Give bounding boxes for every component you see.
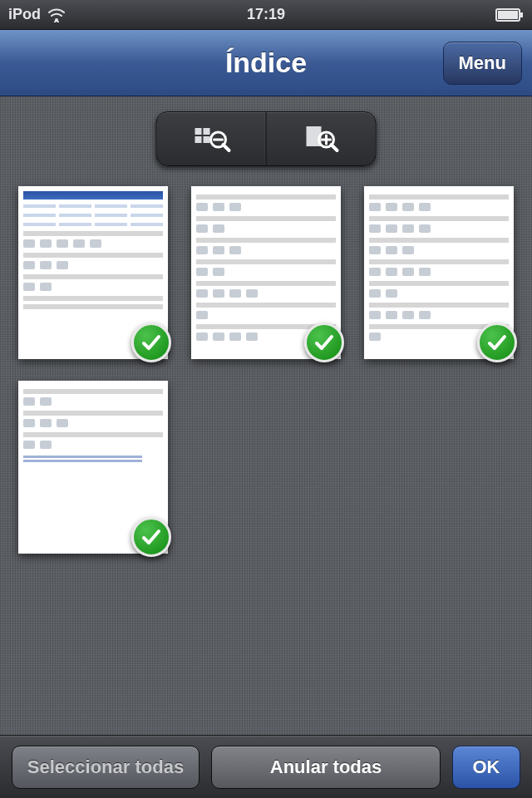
content-area	[0, 96, 532, 735]
ok-button[interactable]: OK	[452, 746, 520, 789]
svg-rect-6	[195, 136, 201, 143]
zoom-out-icon	[191, 123, 231, 155]
svg-rect-7	[203, 136, 209, 143]
thumbnail-grid	[18, 186, 514, 554]
page-thumbnail-3[interactable]	[364, 186, 514, 359]
page-thumbnail-4[interactable]	[18, 381, 168, 554]
svg-line-9	[223, 145, 229, 150]
zoom-in-button[interactable]	[267, 112, 376, 165]
select-all-button[interactable]: Seleccionar todas	[12, 746, 200, 789]
svg-rect-4	[195, 128, 201, 135]
selected-check-icon	[131, 517, 171, 557]
svg-line-13	[331, 145, 337, 150]
selected-check-icon	[304, 323, 344, 362]
selected-check-icon	[131, 323, 171, 362]
nav-bar: Índice Menu	[0, 30, 532, 96]
page-thumbnail-1[interactable]	[18, 186, 168, 359]
menu-button[interactable]: Menu	[443, 42, 522, 85]
page-title: Índice	[225, 47, 307, 79]
deselect-all-button[interactable]: Anular todas	[211, 746, 441, 789]
zoom-toolbar	[156, 111, 377, 166]
page-thumbnail-2[interactable]	[191, 186, 341, 359]
selected-check-icon	[477, 323, 517, 362]
bottom-toolbar: Seleccionar todas Anular todas OK	[0, 735, 532, 798]
zoom-in-icon	[301, 123, 341, 155]
status-time: 17:19	[0, 6, 532, 23]
zoom-out-button[interactable]	[157, 112, 267, 165]
svg-rect-5	[203, 128, 209, 135]
status-bar: iPod 17:19	[0, 0, 532, 30]
